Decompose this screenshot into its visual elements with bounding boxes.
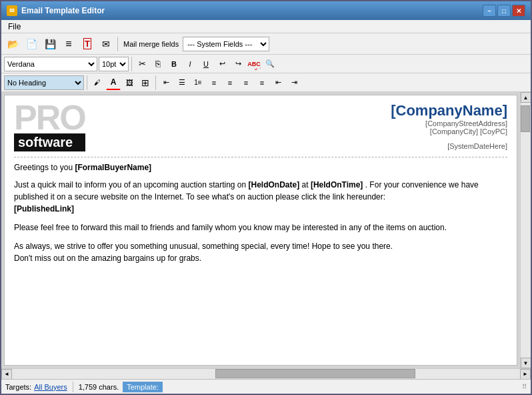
greeting-text: Greetings to you: [14, 163, 73, 172]
cut-icon: [139, 59, 146, 69]
text-button[interactable]: [79, 35, 96, 53]
toolbar3: No Heading 🖌 A 🖼 ⊞ ⇤ ☰ 1≡ ≡ ≡ ≡ ≡ ⇤ ⇥: [1, 73, 531, 92]
mail-merge-select[interactable]: --- System Fields ---: [183, 37, 269, 51]
logo-pro-text: PRO: [14, 102, 85, 133]
editor-container: PRO software [CompanyName] [CompanyStree…: [1, 92, 531, 368]
style-select[interactable]: No Heading: [4, 75, 84, 90]
formal-buyer-name-field: [FormalBuyerName]: [75, 163, 151, 172]
mail-merge-label: Mail merge fields: [123, 40, 179, 48]
separator4: [155, 75, 156, 90]
published-link-field: [PublishedLink]: [14, 204, 74, 214]
window-title: Email Template Editor: [21, 6, 105, 15]
scroll-up-button[interactable]: ▲: [521, 92, 531, 103]
outdent-button[interactable]: ⇤: [159, 75, 173, 90]
pro-logo: PRO software: [14, 102, 85, 151]
save-icon: [45, 39, 56, 49]
targets-value[interactable]: All Buyers: [34, 383, 67, 391]
mail-button[interactable]: [97, 35, 115, 53]
status-bar: Targets: All Buyers 1,759 chars. Templat…: [1, 379, 531, 394]
targets-label: Targets:: [5, 383, 31, 391]
system-date-field: [SystemDateHere]: [391, 142, 507, 150]
font-size-select[interactable]: 10pt: [99, 57, 129, 71]
open-button[interactable]: [4, 35, 21, 53]
copy-icon: [155, 59, 161, 69]
body1-mid-text: at: [302, 180, 309, 189]
scroll-right-button[interactable]: ►: [520, 369, 531, 380]
italic-button[interactable]: I: [183, 57, 197, 71]
vertical-scrollbar[interactable]: ▲ ▼: [520, 92, 531, 368]
held-on-date-field: [HeldOnDate]: [249, 180, 300, 189]
table-button[interactable]: ⊞: [138, 75, 153, 90]
toolbar2: Verdana 10pt B I U ↩ ↪ ABC 🔍: [1, 55, 531, 73]
body-paragraph-2: Please feel free to forward this mail to…: [14, 222, 507, 234]
open-icon: [7, 39, 19, 49]
template-label: Template:: [123, 382, 163, 392]
email-header: PRO software [CompanyName] [CompanyStree…: [14, 102, 507, 157]
resize-grip[interactable]: ⠿: [522, 383, 527, 390]
mail-icon: [102, 39, 110, 49]
save-button[interactable]: [41, 35, 59, 53]
numbers-button[interactable]: 1≡: [191, 75, 205, 90]
company-city-field: [CompanyCity] [CoyPC]: [391, 127, 507, 135]
maximize-button[interactable]: □: [497, 5, 511, 17]
separator2: [131, 57, 132, 71]
editor-area[interactable]: PRO software [CompanyName] [CompanyStree…: [4, 95, 517, 366]
company-name-field: [CompanyName]: [391, 102, 507, 119]
new-button[interactable]: 📄: [23, 35, 40, 53]
minimize-button[interactable]: –: [483, 5, 496, 17]
horizontal-scrollbar[interactable]: ◄ ►: [1, 368, 531, 379]
body-paragraph-1: Just a quick mail to inform you of an up…: [14, 179, 507, 215]
align-center-button[interactable]: ≡: [223, 75, 237, 90]
search-icon: 🔍: [265, 59, 275, 68]
window-icon: ✉: [7, 5, 17, 16]
logo-software-text: software: [14, 133, 85, 151]
font-select[interactable]: Verdana: [4, 57, 97, 71]
align-right-button[interactable]: ≡: [239, 75, 253, 90]
text-icon: [83, 39, 91, 49]
bold-button[interactable]: B: [167, 57, 181, 71]
company-info: [CompanyName] [CompanyStreetAddress] [Co…: [391, 102, 507, 150]
spellcheck-button[interactable]: ABC: [247, 57, 261, 71]
body1-pre-text: Just a quick mail to inform you of an up…: [14, 180, 246, 189]
copy-button[interactable]: [151, 57, 165, 71]
bullets-button[interactable]: ☰: [175, 75, 189, 90]
scroll-down-button[interactable]: ▼: [521, 358, 531, 368]
undo-button[interactable]: ↩: [215, 57, 229, 71]
body-paragraph-3: As always, we strive to offer you someth…: [14, 240, 507, 264]
font-color-button[interactable]: A: [106, 75, 121, 90]
image-button[interactable]: 🖼: [122, 75, 137, 90]
highlight-button[interactable]: 🖌: [90, 75, 105, 90]
menu-bar: File: [1, 20, 531, 33]
redo-button[interactable]: ↪: [231, 57, 245, 71]
indent-decrease-button[interactable]: ⇤: [271, 75, 285, 90]
scroll-left-button[interactable]: ◄: [1, 369, 12, 380]
align-left-button[interactable]: ≡: [207, 75, 221, 90]
h-scroll-track[interactable]: [12, 369, 520, 379]
indent-increase-button[interactable]: ⇥: [287, 75, 301, 90]
title-bar-controls: – □ ✕: [483, 5, 525, 17]
image-icon: 🖼: [126, 79, 133, 87]
h-scroll-thumb[interactable]: [215, 369, 415, 378]
cut-button[interactable]: [135, 57, 149, 71]
scroll-track[interactable]: [521, 103, 531, 358]
close-button[interactable]: ✕: [512, 5, 525, 17]
chars-count: 1,759 chars.: [79, 383, 119, 391]
search-button[interactable]: 🔍: [263, 57, 277, 71]
align-justify-button[interactable]: ≡: [255, 75, 269, 90]
company-street-field: [CompanyStreetAddress]: [391, 119, 507, 127]
title-bar: ✉ Email Template Editor – □ ✕: [1, 1, 531, 20]
list-button[interactable]: [60, 35, 77, 53]
status-divider: [73, 382, 73, 392]
main-window: ✉ Email Template Editor – □ ✕ File 📄 Mai…: [0, 0, 532, 395]
highlight-icon: 🖌: [94, 79, 101, 86]
held-on-time-field: [HeldOnTime]: [311, 180, 363, 189]
greeting-paragraph: Greetings to you [FormalBuyerName]: [14, 163, 507, 172]
scroll-thumb[interactable]: [521, 105, 530, 132]
menu-file[interactable]: File: [4, 21, 25, 33]
editor-content: PRO software [CompanyName] [CompanyStree…: [5, 95, 517, 365]
separator1: [117, 37, 118, 51]
separator3: [87, 75, 87, 90]
underline-button[interactable]: U: [199, 57, 213, 71]
toolbar1: 📄 Mail merge fields --- System Fields --…: [1, 33, 531, 55]
list-icon: [65, 38, 71, 50]
